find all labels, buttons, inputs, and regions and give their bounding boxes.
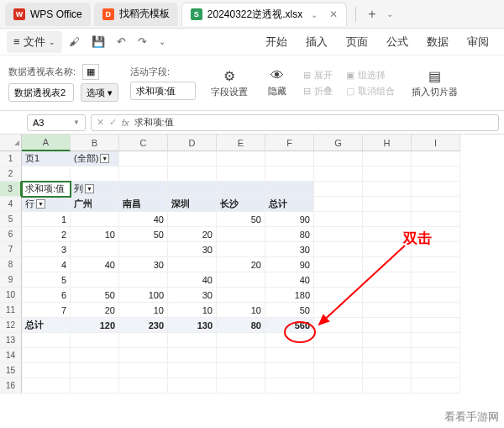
group-select-button[interactable]: ▣组选择 (346, 69, 395, 82)
cell[interactable] (363, 378, 412, 394)
cell[interactable] (217, 151, 265, 166)
cell[interactable]: 90 (265, 257, 314, 272)
cell[interactable]: 30 (119, 257, 168, 272)
row-header[interactable]: 10 (0, 288, 22, 303)
name-box[interactable]: A3 ▼ (27, 114, 86, 131)
cell[interactable] (217, 182, 265, 197)
field-settings-button[interactable]: ⚙字段设置 (207, 66, 251, 100)
cell[interactable] (71, 242, 119, 257)
column-header[interactable]: H (363, 135, 412, 151)
save-icon[interactable]: 💾 (87, 32, 110, 51)
file-menu[interactable]: ≡ 文件 ⌄ (7, 31, 62, 53)
hide-button[interactable]: 👁隐藏 (265, 66, 290, 99)
cell[interactable]: 南昌 (119, 197, 168, 212)
cell[interactable] (412, 197, 460, 212)
column-header[interactable]: B (71, 135, 119, 151)
cell[interactable] (71, 348, 119, 363)
cell[interactable] (265, 348, 314, 363)
cell[interactable]: 50 (265, 303, 314, 318)
row-header[interactable]: 8 (0, 257, 22, 272)
cell[interactable]: 130 (168, 318, 217, 333)
cell[interactable]: (全部)▼ (71, 151, 119, 166)
cell[interactable]: 40 (168, 272, 217, 288)
cell[interactable]: 长沙 (217, 197, 265, 212)
cell[interactable]: 总计 (265, 197, 314, 212)
cell[interactable] (412, 318, 460, 333)
cell[interactable] (71, 272, 119, 288)
cell[interactable]: 120 (71, 318, 119, 333)
cell[interactable] (363, 197, 412, 212)
chevron-down-icon[interactable]: ⌄ (307, 10, 321, 19)
cell[interactable] (363, 288, 412, 303)
cell[interactable] (119, 182, 168, 197)
cell[interactable]: 10 (119, 303, 168, 318)
row-header[interactable]: 6 (0, 227, 22, 242)
column-header[interactable]: I (412, 135, 460, 151)
cell[interactable] (265, 151, 314, 166)
cell[interactable] (217, 227, 265, 242)
cell[interactable] (71, 212, 119, 227)
cell[interactable] (314, 303, 363, 318)
cell[interactable]: 求和项:值 (22, 182, 71, 197)
cell[interactable] (412, 151, 460, 166)
cell[interactable] (217, 272, 265, 288)
insert-slicer-button[interactable]: ▤插入切片器 (408, 66, 461, 100)
cell[interactable]: 50 (119, 227, 168, 242)
cell[interactable] (217, 242, 265, 257)
add-tab-button[interactable]: + (361, 7, 382, 22)
cell[interactable]: 80 (265, 227, 314, 242)
cell[interactable] (168, 212, 217, 227)
cell[interactable] (412, 378, 460, 394)
close-icon[interactable]: ✕ (329, 8, 338, 20)
row-header[interactable]: 1 (0, 151, 22, 166)
cell[interactable]: 30 (168, 288, 217, 303)
cell[interactable] (363, 303, 412, 318)
column-header[interactable]: G (314, 135, 363, 151)
column-header[interactable]: E (217, 135, 265, 151)
cell[interactable] (119, 348, 168, 363)
cell[interactable] (363, 333, 412, 348)
cancel-icon[interactable]: ✕ (97, 117, 104, 128)
cell[interactable]: 90 (265, 212, 314, 227)
cell[interactable] (314, 212, 363, 227)
cell[interactable] (314, 242, 363, 257)
cell[interactable] (412, 212, 460, 227)
cell[interactable] (412, 166, 460, 182)
pivot-name-input[interactable] (8, 83, 74, 102)
cell[interactable] (412, 257, 460, 272)
row-header[interactable]: 12 (0, 318, 22, 333)
cell[interactable] (412, 288, 460, 303)
cell[interactable] (71, 166, 119, 182)
cell[interactable] (314, 272, 363, 288)
row-header[interactable]: 7 (0, 242, 22, 257)
cell[interactable]: 100 (119, 288, 168, 303)
cell[interactable] (22, 333, 71, 348)
cell[interactable]: 5 (22, 272, 71, 288)
cell[interactable] (217, 166, 265, 182)
cell[interactable] (265, 378, 314, 394)
cell[interactable] (314, 288, 363, 303)
row-header[interactable]: 15 (0, 363, 22, 378)
cell[interactable] (363, 151, 412, 166)
cell[interactable]: 10 (71, 227, 119, 242)
menu-data[interactable]: 数据 (418, 31, 457, 53)
cell[interactable] (217, 363, 265, 378)
cell[interactable] (71, 378, 119, 394)
cell[interactable] (168, 151, 217, 166)
row-header[interactable]: 9 (0, 272, 22, 288)
cell[interactable] (412, 363, 460, 378)
cell[interactable] (119, 333, 168, 348)
cell[interactable] (168, 348, 217, 363)
cell[interactable] (265, 363, 314, 378)
cell[interactable]: 3 (22, 242, 71, 257)
cell[interactable] (314, 378, 363, 394)
cell[interactable] (217, 333, 265, 348)
cell[interactable] (412, 303, 460, 318)
row-header[interactable]: 4 (0, 197, 22, 212)
cell[interactable]: 深圳 (168, 197, 217, 212)
cell[interactable] (412, 182, 460, 197)
cell[interactable] (314, 257, 363, 272)
cell[interactable]: 40 (265, 272, 314, 288)
chevron-down-icon[interactable]: ⌄ (154, 34, 171, 50)
cell[interactable] (314, 166, 363, 182)
